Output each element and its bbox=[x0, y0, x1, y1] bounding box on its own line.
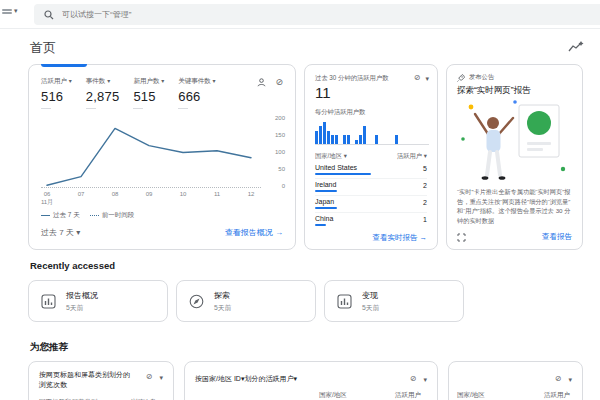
metric-tab-event-count[interactable]: 事件数 ▾ 2,875 bbox=[86, 77, 120, 109]
expand-corners-icon[interactable] bbox=[457, 233, 466, 242]
search-input[interactable] bbox=[62, 10, 362, 19]
y-axis-tick: 150 bbox=[275, 132, 285, 138]
report-icon bbox=[41, 294, 56, 309]
explore-compass-icon bbox=[189, 294, 204, 309]
account-text-fragment bbox=[2, 8, 12, 15]
caret-down-icon: ▾ bbox=[14, 7, 18, 15]
x-axis-tick: 08 bbox=[105, 191, 125, 197]
recent-card-explore[interactable]: 探索 5天前 bbox=[176, 280, 316, 322]
country-row: Japan 2 bbox=[315, 196, 427, 213]
country-row: China 1 bbox=[315, 213, 427, 230]
page-title: 首页 bbox=[30, 39, 56, 57]
data-quality-icon[interactable]: ⊘ bbox=[414, 74, 421, 82]
x-axis-tick: 09 bbox=[139, 191, 159, 197]
metric-sparkline bbox=[178, 108, 188, 109]
view-report-link[interactable]: 查看报告 bbox=[542, 232, 572, 242]
card-title: 按国家/地区 ID▾划分的活跃用户▾ bbox=[195, 374, 297, 384]
column-header-active-users[interactable]: 活跃用户 bbox=[395, 391, 421, 400]
data-quality-icon[interactable]: ⊘ bbox=[555, 375, 562, 383]
realtime-active-users-value: 11 bbox=[315, 84, 331, 101]
column-header-country[interactable]: 国家/地区 ▾ bbox=[315, 152, 347, 161]
y-axis-tick: 50 bbox=[278, 166, 285, 172]
view-reports-snapshot-link[interactable]: 查看报告概况 → bbox=[225, 227, 283, 238]
recent-card-monetization[interactable]: 变现 5天前 bbox=[324, 280, 464, 322]
country-bar bbox=[315, 207, 337, 209]
data-quality-icon[interactable]: ⊘ bbox=[275, 78, 283, 87]
legend-current-period: 过去 7 天 bbox=[41, 211, 80, 220]
users-icon[interactable] bbox=[257, 78, 266, 87]
y-axis-tick: 200 bbox=[275, 115, 285, 121]
home-line-series bbox=[47, 128, 251, 185]
x-axis-month-label: 11月 bbox=[37, 198, 57, 207]
x-axis-tick: 07 bbox=[71, 191, 91, 197]
metric-sparkline bbox=[86, 108, 96, 109]
y-axis-tick: 100 bbox=[275, 149, 285, 155]
country-bar bbox=[315, 190, 337, 192]
caret-down-icon[interactable]: ▾ bbox=[568, 376, 572, 383]
topbar: ▾ bbox=[0, 0, 600, 29]
country-row: United States 5 bbox=[315, 162, 427, 179]
country-bar bbox=[315, 224, 326, 226]
announcement-title: 探索“实时网页”报告 bbox=[457, 85, 531, 97]
realtime-card: 过去 30 分钟的活跃用户数 ⊘ ▾ 11 每分钟活跃用户数 国家/地区 ▾ 活… bbox=[304, 64, 438, 250]
selected-metric-indicator bbox=[41, 64, 87, 67]
realtime-bar-chart bbox=[315, 119, 429, 145]
metric-sparkline bbox=[133, 108, 143, 109]
data-quality-icon[interactable]: ⊘ bbox=[146, 373, 153, 381]
caret-down-icon[interactable]: ▾ bbox=[423, 376, 427, 383]
rocket-icon bbox=[457, 74, 465, 82]
view-realtime-report-link[interactable]: 查看实时报告 → bbox=[372, 233, 427, 243]
card-title-line1: 按网页标题和屏幕类别划分的 bbox=[39, 371, 130, 378]
announcement-body: “实时”卡片推出全新专属功能“实时网页”报告，重点关注按“网页路径”细分的“浏览… bbox=[457, 187, 573, 225]
recommended-card-partial: ⊘ ▾ 国家/地区 活跃用户 bbox=[448, 361, 583, 400]
x-axis-tick: 11 bbox=[207, 191, 227, 197]
home-overview-card: 活跃用户 ▾ 516 事件数 ▾ 2,875 新用户数 ▾ 515 关键事件数 … bbox=[28, 64, 296, 250]
caret-down-icon: ▾ bbox=[69, 78, 72, 84]
caret-down-icon: ▾ bbox=[213, 78, 216, 84]
search-bar[interactable] bbox=[34, 4, 600, 25]
per-minute-label: 每分钟活跃用户数 bbox=[315, 108, 365, 117]
metric-value: 515 bbox=[133, 89, 164, 104]
caret-down-icon[interactable]: ▾ bbox=[159, 374, 163, 381]
recommended-card-views-by-page: 按网页标题和屏幕类别划分的 浏览次数 ⊘ ▾ 网页标题和屏幕类别 浏览次数 bbox=[28, 361, 174, 400]
metric-tab-key-events[interactable]: 关键事件数 ▾ 666 bbox=[178, 77, 215, 109]
caret-down-icon: ▾ bbox=[424, 152, 427, 159]
metric-tab-new-users[interactable]: 新用户数 ▾ 515 bbox=[133, 77, 164, 109]
x-axis-tick: 12 bbox=[241, 191, 261, 197]
column-header-country[interactable]: 国家/地区 bbox=[457, 391, 485, 400]
metric-value: 2,875 bbox=[86, 89, 120, 104]
caret-down-icon: ▾ bbox=[344, 152, 347, 159]
legend-previous-period: 前一时间段 bbox=[90, 211, 135, 220]
chart-baseline bbox=[41, 187, 261, 188]
metric-tabs: 活跃用户 ▾ 516 事件数 ▾ 2,875 新用户数 ▾ 515 关键事件数 … bbox=[41, 77, 230, 109]
recommended-heading: 为您推荐 bbox=[30, 341, 68, 354]
chart-legend: 过去 7 天 前一时间段 bbox=[41, 211, 134, 220]
country-row: Ireland 2 bbox=[315, 179, 427, 196]
column-header-active-users[interactable]: 活跃用户 bbox=[544, 391, 570, 400]
x-axis-tick: 06 bbox=[37, 191, 57, 197]
recommended-card-users-by-country: 按国家/地区 ID▾划分的活跃用户▾ ⊘ ▾ 国家/地区 活跃用户 bbox=[184, 361, 438, 400]
column-header-active-users[interactable]: 活跃用户 ▾ bbox=[397, 152, 427, 161]
insights-icon[interactable] bbox=[568, 40, 584, 54]
x-axis-tick: 10 bbox=[173, 191, 193, 197]
metric-value: 516 bbox=[41, 89, 72, 104]
legend-dashed-line-icon bbox=[90, 215, 99, 216]
announcement-illustration bbox=[457, 97, 574, 185]
column-header-country[interactable]: 国家/地区 bbox=[319, 391, 347, 400]
date-range-selector[interactable]: 过去 7 天 ▾ bbox=[41, 227, 80, 238]
metric-tab-active-users[interactable]: 活跃用户 ▾ 516 bbox=[41, 77, 72, 109]
metric-sparkline bbox=[41, 108, 51, 109]
legend-solid-line-icon bbox=[41, 215, 50, 216]
data-quality-icon[interactable]: ⊘ bbox=[410, 375, 417, 383]
recent-card-reports-snapshot[interactable]: 报告概况 5天前 bbox=[28, 280, 168, 322]
caret-down-icon: ▾ bbox=[76, 228, 80, 237]
report-icon bbox=[337, 294, 352, 309]
caret-down-icon[interactable]: ▾ bbox=[425, 75, 429, 82]
y-axis-tick: 0 bbox=[282, 183, 285, 189]
account-selector-partial[interactable]: ▾ bbox=[2, 7, 18, 15]
metric-value: 666 bbox=[178, 89, 215, 104]
country-bar bbox=[315, 173, 371, 175]
announcement-card: 发布公告 探索“实时网页”报告 “实时”卡片推出全新专属功能“实时网页”报告，重… bbox=[446, 64, 583, 250]
announcement-eyebrow: 发布公告 bbox=[469, 73, 494, 82]
realtime-title: 过去 30 分钟的活跃用户数 bbox=[315, 74, 401, 83]
